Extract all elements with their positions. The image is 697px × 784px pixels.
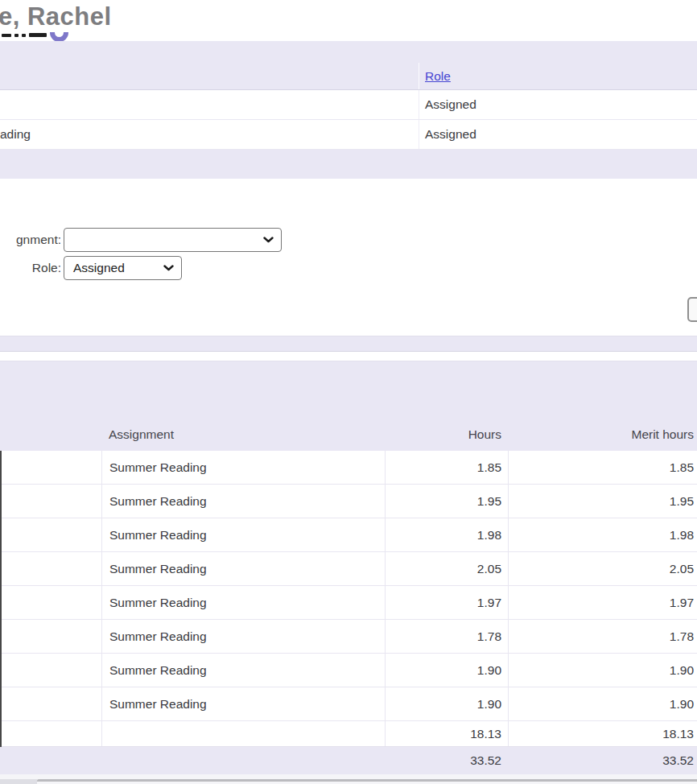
hours-table-row: Summer Reading 1.78 1.78 [0,620,697,654]
hours-table-total-row: 33.52 33.52 [0,747,697,774]
clipped-section-title-fragment [2,34,11,37]
hours-table-row: Summer Reading 1.90 1.90 [0,687,697,721]
clipped-section-title-fragment [29,33,47,37]
role-column-sort-link[interactable]: Role [425,69,451,84]
hours-cell: 1.78 [385,620,508,653]
merit-hours-cell: 1.97 [508,586,697,619]
hours-table-header-block: Assignment Hours Merit hours [0,361,697,451]
hours-cell: 1.90 [385,654,508,687]
merit-hours-cell: 1.90 [508,687,697,720]
roles-table-caption [0,41,697,63]
assignment-column-header: Assignment [101,419,385,451]
scrollbar-track-line [37,779,697,782]
role-select-value: Assigned [73,261,125,275]
assignment-name-cell: ading [0,127,31,142]
hours-table-row: Summer Reading 1.98 1.98 [0,518,697,552]
merit-hours-cell: 2.05 [508,552,697,585]
hours-cell: 1.97 [385,586,508,619]
hours-cell: 1.85 [385,451,508,484]
role-select[interactable]: Assigned [64,256,182,280]
merit-hours-cell: 1.78 [508,620,697,653]
roles-header-name-column [0,63,419,89]
roles-table-row: ading Assigned [0,120,697,150]
subtotal-assignment-cell [101,721,385,746]
merit-hours-cell: 1.85 [508,451,697,484]
assignment-cell: Summer Reading [101,451,385,484]
roles-table-header-row: Role [0,63,697,90]
hours-table-header-row: Assignment Hours Merit hours [0,419,697,451]
roles-table-row: Assigned [0,90,697,120]
merit-hours-cell: 1.90 [508,654,697,687]
roles-table: Role Assigned ading Assigned [0,41,697,179]
clipped-section-title-fragment [22,34,26,37]
hours-table-row: Summer Reading 1.95 1.95 [0,485,697,518]
hours-table-row: Summer Reading 1.85 1.85 [0,451,697,485]
role-cell: Assigned [425,127,476,142]
chevron-down-icon [163,265,174,271]
role-cell: Assigned [425,97,476,112]
page-title: e, Rachel [0,2,112,31]
hours-cell: 1.98 [385,518,508,551]
hours-cell: 1.95 [385,485,508,518]
merit-hours-cell: 1.98 [508,518,697,551]
subtotal-merit-hours-cell: 18.13 [508,721,697,746]
assignment-cell: Summer Reading [101,518,385,551]
hours-cell: 2.05 [385,552,508,585]
table-left-border [0,451,2,747]
hours-table-subtotal-row: 18.13 18.13 [0,721,697,747]
assignment-cell: Summer Reading [101,654,385,687]
assignment-select[interactable] [64,228,282,252]
merit-hours-cell: 1.95 [508,485,697,518]
assignment-cell: Summer Reading [101,485,385,518]
assignment-label: gnment: [0,233,61,247]
bottom-scrollbar[interactable] [0,774,697,784]
role-form-row: Role: Assigned [0,256,182,280]
assignment-cell: Summer Reading [101,552,385,585]
partial-button[interactable] [687,297,697,322]
total-hours-cell: 33.52 [385,747,508,774]
role-label: Role: [0,261,61,275]
clipped-section-title-fragment [14,34,19,37]
hours-table-body: Summer Reading 1.85 1.85 Summer Reading … [0,451,697,774]
total-merit-hours-cell: 33.52 [508,747,697,774]
subtotal-hours-cell: 18.13 [385,721,508,746]
hours-column-header: Hours [385,419,508,451]
assignment-form-row: gnment: [0,228,282,252]
roles-table-footer [0,150,697,179]
merit-hours-column-header: Merit hours [508,419,697,451]
hours-table-row: Summer Reading 1.97 1.97 [0,586,697,620]
hours-table-row: Summer Reading 2.05 2.05 [0,552,697,586]
assignment-cell: Summer Reading [101,620,385,653]
hours-table-row: Summer Reading 1.90 1.90 [0,654,697,687]
assignment-cell: Summer Reading [101,586,385,619]
scrollbar-left-segment [0,779,37,784]
assignment-cell: Summer Reading [101,687,385,720]
hours-cell: 1.90 [385,687,508,720]
app-screen: e, Rachel Role Assigned ading Assigned g… [0,0,697,784]
chevron-down-icon [263,237,274,243]
section-divider-band [0,336,697,352]
